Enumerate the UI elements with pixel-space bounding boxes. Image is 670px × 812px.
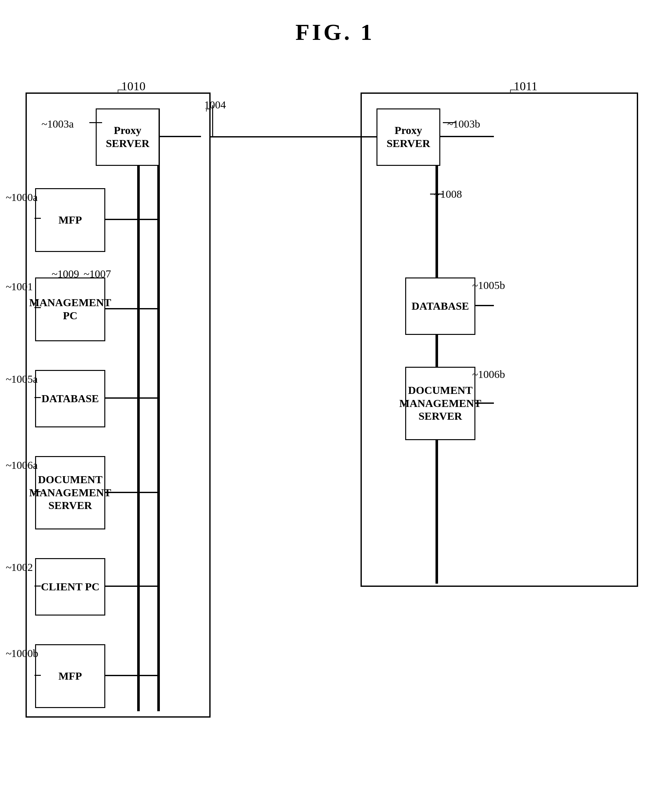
figure-title: FIG. 1 [295, 19, 375, 46]
tilde-1001: ~ [6, 281, 12, 293]
tilde-1006a: ~ [6, 459, 12, 471]
database-left: DATABASE [35, 370, 105, 427]
h-line-client [105, 586, 159, 587]
tilde-1007: ~ [84, 268, 89, 280]
network-label-1011: 1011 [514, 79, 538, 93]
leader-1001 [34, 307, 41, 308]
tilde-1000b: ~ [6, 647, 12, 660]
mfp-top: MFP [35, 188, 105, 252]
ref-1000a: 1000a [11, 191, 38, 203]
ref-1005a: 1005a [11, 373, 38, 385]
doc-management-server-right: DOCUMENT MANAGEMENT SERVER [405, 367, 475, 440]
tilde-1006b: ~ [472, 368, 478, 380]
tilde-1005b: ~ [472, 279, 478, 292]
ref-1008: 1008 [440, 188, 462, 200]
client-pc-label: CLIENT PC [41, 581, 100, 594]
bus-line-right [435, 108, 438, 584]
ref-1009: 1009 [58, 268, 79, 280]
leader-1000a [34, 218, 41, 219]
h-line-mgmt [105, 308, 159, 309]
ref-1000b: 1000b [11, 647, 38, 660]
doc-mgmt-right-label: DOCUMENT MANAGEMENT SERVER [399, 384, 481, 423]
network-label-1010: 1010 [121, 79, 146, 93]
mfp-bottom: MFP [35, 644, 105, 708]
ref-1003b: 1003b [453, 118, 480, 130]
ref-1005b: 1005b [478, 279, 505, 292]
leader-1000b [34, 675, 41, 676]
mfp-bottom-label: MFP [58, 670, 82, 683]
caret-1010: ⌐ [117, 84, 123, 96]
doc-management-server-left: DOCUMENT MANAGEMENT SERVER [35, 456, 105, 529]
proxy-server-right: Proxy SERVER [376, 108, 440, 166]
h-line-mfp-top [105, 219, 159, 220]
h-line-db-left [105, 397, 159, 398]
management-pc: MANAGEMENT PC [35, 277, 105, 341]
tilde-1000a: ~ [6, 191, 12, 203]
ref-1006b: 1006b [478, 368, 505, 380]
tilde-1002: ~ [6, 561, 12, 574]
leader-1006b [475, 402, 481, 403]
network-box-right [360, 93, 638, 587]
ref-1003a: 1003a [47, 118, 74, 130]
tilde-1003a: ~ [41, 118, 47, 130]
caret-1011: ⌐ [509, 84, 516, 96]
ref-1001: 1001 [11, 281, 33, 293]
h-line-doc-left [105, 492, 159, 493]
tilde-1003b: ~ [447, 118, 453, 130]
tilde-1005a: ~ [6, 373, 12, 385]
proxy-server-left: Proxy SERVER [96, 108, 159, 166]
leader-1006a [34, 491, 41, 492]
h-line-proxy-left [159, 136, 201, 137]
tilde-1008: ~ [434, 188, 440, 200]
h-line-proxy-right [438, 136, 494, 137]
proxy-connection-line [210, 136, 377, 137]
db-left-label: DATABASE [41, 392, 99, 405]
db-right-label: DATABASE [411, 300, 469, 313]
database-right: DATABASE [405, 277, 475, 335]
h-line-mfp-bottom [105, 675, 159, 676]
leader-1003a [89, 122, 102, 123]
ref-1007: 1007 [89, 268, 111, 280]
mfp-top-label: MFP [58, 214, 82, 227]
leader-1002 [34, 586, 41, 586]
proxy-right-label: Proxy SERVER [387, 124, 430, 150]
bus-line-left2 [157, 108, 160, 711]
tilde-1009: ~ [52, 268, 58, 280]
ref-1006a: 1006a [11, 459, 38, 471]
leader-1004-vert [212, 105, 213, 137]
ref-1002: 1002 [11, 561, 33, 574]
leader-1005a [34, 397, 41, 398]
proxy-left-label: Proxy SERVER [106, 124, 150, 150]
mgmt-pc-label: MANAGEMENT PC [29, 296, 112, 322]
doc-mgmt-left-label: DOCUMENT MANAGEMENT SERVER [29, 473, 112, 512]
client-pc: CLIENT PC [35, 558, 105, 616]
bus-line-left [137, 108, 140, 711]
leader-1005b [475, 305, 481, 306]
caret-1004: ⌐ [205, 103, 211, 115]
